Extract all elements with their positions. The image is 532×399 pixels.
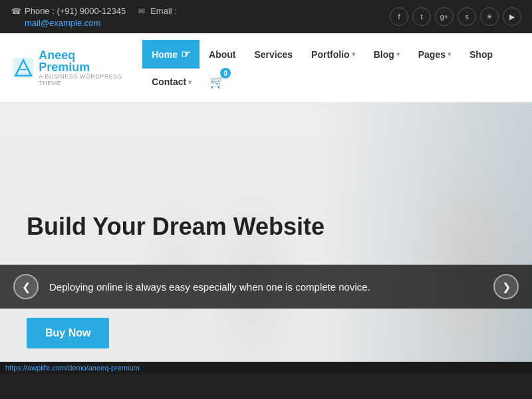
portfolio-dropdown-arrow: ▾ (352, 51, 355, 58)
top-bar: ☎ Phone : (+91) 9000-12345 ✉ Email : mai… (0, 0, 532, 33)
email-item: ✉ Email : (136, 6, 177, 17)
prev-arrow-icon: ❮ (22, 281, 31, 293)
blog-dropdown-arrow: ▾ (396, 51, 400, 58)
cart-badge: 0 (220, 68, 231, 78)
nav-about-label: About (209, 49, 235, 60)
nav-shop-label: Shop (469, 49, 493, 60)
googleplus-icon[interactable]: g+ (435, 7, 454, 26)
logo-accent: Premium (39, 61, 90, 74)
nav-contact-label: Contact (152, 76, 186, 87)
logo-tagline: A Business WordPress Theme (39, 73, 129, 86)
instagram-icon[interactable]: ☀ (480, 7, 499, 26)
hero-content: Build Your Dream Website (0, 194, 532, 271)
hero-prev-button[interactable]: ❮ (13, 274, 39, 299)
phone-label: Phone : (+91) 9000-12345 (25, 6, 126, 16)
logo-text: Aneeq Premium A Business WordPress Theme (39, 49, 129, 86)
hero-next-button[interactable]: ❯ (493, 274, 519, 299)
svg-rect-2 (20, 68, 27, 70)
status-url: https://awplife.com/demo/aneeq-premium (5, 364, 140, 372)
cursor-icon: ☞ (181, 48, 190, 61)
hero-title: Build Your Dream Website (27, 213, 505, 240)
hero-subtitle-bar: ❮ Deploying online is always easy especi… (0, 265, 532, 309)
nav-services-label: Services (254, 49, 293, 60)
twitter-icon[interactable]: t (412, 7, 431, 26)
email-label: Email : (150, 6, 177, 16)
social-links: f t g+ s ☀ ▶ (390, 7, 521, 26)
nav-home[interactable]: Home ☞ (142, 40, 200, 68)
next-arrow-icon: ❯ (502, 281, 511, 293)
top-bar-left: ☎ Phone : (+91) 9000-12345 ✉ Email : mai… (11, 6, 177, 28)
youtube-icon[interactable]: ▶ (503, 7, 521, 26)
phone-icon: ☎ (11, 6, 21, 17)
buy-now-button[interactable]: Buy Now (27, 318, 109, 348)
hero-section: Build Your Dream Website ❮ Deploying onl… (0, 102, 532, 362)
contact-row: ☎ Phone : (+91) 9000-12345 ✉ Email : (11, 6, 177, 17)
nav-portfolio-label: Portfolio (311, 49, 350, 60)
logo-name: Aneeq Premium (39, 49, 129, 73)
logo-icon (13, 56, 33, 80)
pages-dropdown-arrow: ▾ (448, 51, 451, 58)
nav-blog[interactable]: Blog ▾ (364, 41, 409, 68)
nav-shop[interactable]: Shop (460, 41, 502, 68)
hero-subtitle: Deploying online is always easy especial… (49, 281, 493, 293)
contact-dropdown-arrow: ▾ (188, 78, 192, 86)
nav-portfolio[interactable]: Portfolio ▾ (302, 41, 364, 68)
nav-pages-label: Pages (418, 49, 446, 60)
header: Aneeq Premium A Business WordPress Theme… (0, 33, 532, 102)
nav-about[interactable]: About (200, 41, 245, 68)
nav-contact[interactable]: Contact ▾ (142, 68, 201, 95)
status-bar: https://awplife.com/demo/aneeq-premium (0, 362, 532, 374)
cart-button[interactable]: 🛒 0 (206, 71, 227, 92)
email-icon: ✉ (136, 6, 147, 17)
facebook-icon[interactable]: f (390, 7, 408, 26)
phone-item: ☎ Phone : (+91) 9000-12345 (11, 6, 126, 17)
nav-home-label: Home (152, 49, 178, 60)
nav-blog-label: Blog (374, 49, 394, 60)
nav-pages[interactable]: Pages ▾ (409, 41, 460, 68)
logo-brand: Aneeq (39, 49, 75, 62)
email-address: mail@example.com (25, 18, 100, 28)
main-nav: Home ☞ About Services Portfolio ▾ Blog ▾… (142, 40, 519, 95)
skype-icon[interactable]: s (458, 7, 476, 26)
nav-services[interactable]: Services (245, 41, 302, 68)
logo: Aneeq Premium A Business WordPress Theme (13, 49, 129, 86)
